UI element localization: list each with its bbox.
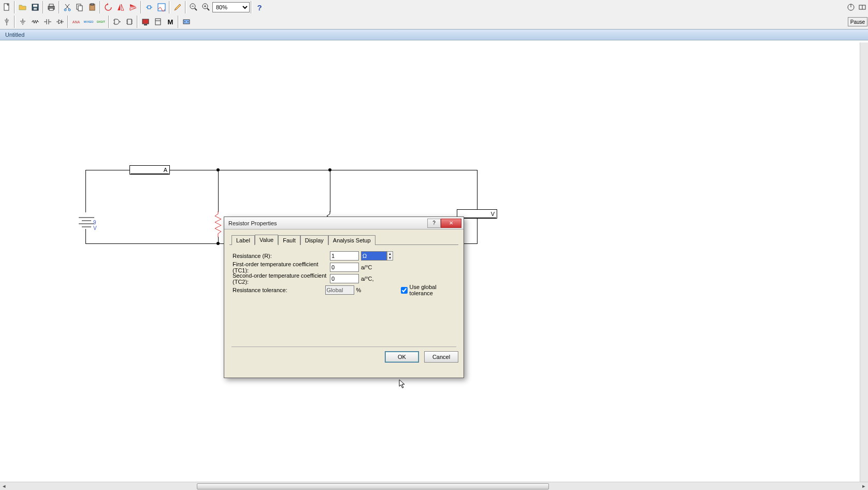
resistor-r1[interactable] bbox=[214, 211, 222, 237]
resistor-properties-dialog: Resistor Properties ? ✕ Label Value Faul… bbox=[224, 217, 464, 378]
document-tab[interactable]: Untitled bbox=[5, 32, 24, 38]
comp-ana-button[interactable]: ANA bbox=[70, 16, 82, 28]
zoom-out-button[interactable] bbox=[187, 1, 200, 13]
horizontal-scrollbar[interactable]: ◂ ▸ bbox=[0, 482, 868, 490]
dialog-tabs: Label Value Fault Display Analysis Setup bbox=[229, 234, 458, 245]
tab-fault[interactable]: Fault bbox=[278, 235, 300, 245]
switch-on-icon[interactable] bbox=[846, 2, 856, 12]
tolerance-unit: % bbox=[354, 287, 375, 293]
comp-resistor-button[interactable] bbox=[29, 16, 41, 28]
switch-off-icon[interactable] bbox=[857, 2, 867, 12]
comp-gate-button[interactable] bbox=[111, 16, 123, 28]
dialog-titlebar[interactable]: Resistor Properties ? ✕ bbox=[224, 217, 464, 229]
comp-m-button[interactable]: M bbox=[164, 16, 177, 28]
svg-rect-2 bbox=[33, 5, 37, 7]
tc1-label: First-order temperature coefficient (TC1… bbox=[229, 261, 330, 273]
voltmeter-letter: V bbox=[491, 211, 495, 217]
global-tolerance-label: Use global tolerance bbox=[410, 284, 458, 296]
rotate-left-button[interactable] bbox=[102, 1, 114, 13]
tab-display[interactable]: Display bbox=[300, 235, 328, 245]
toolbar-components: ANA MIXED DIGIT M Pause bbox=[0, 15, 868, 29]
flip-v-button[interactable] bbox=[127, 1, 139, 13]
scroll-thumb[interactable] bbox=[197, 483, 549, 489]
resistance-unit-select[interactable] bbox=[361, 251, 387, 261]
flip-h-button[interactable] bbox=[114, 1, 127, 13]
graph-button[interactable] bbox=[155, 1, 168, 13]
tab-analysis-setup[interactable]: Analysis Setup bbox=[328, 235, 375, 245]
source-label: 9 V bbox=[93, 220, 97, 231]
print-button[interactable] bbox=[45, 1, 57, 13]
dialog-close-button[interactable]: ✕ bbox=[441, 219, 461, 228]
paste-button[interactable] bbox=[86, 1, 98, 13]
tc2-label: Second-order temperature coefficient (TC… bbox=[229, 272, 330, 285]
vertical-scrollbar[interactable] bbox=[860, 42, 868, 482]
svg-point-55 bbox=[184, 21, 185, 22]
svg-rect-50 bbox=[142, 19, 149, 24]
comp-source-button[interactable] bbox=[1, 16, 13, 28]
global-tolerance-checkbox[interactable] bbox=[401, 287, 408, 294]
svg-rect-3 bbox=[34, 8, 37, 10]
comp-indicator-button[interactable] bbox=[152, 16, 164, 28]
unit-spinner[interactable]: ▲▼ bbox=[387, 251, 393, 261]
tc2-input[interactable] bbox=[330, 274, 359, 283]
svg-rect-52 bbox=[155, 19, 161, 25]
cut-button[interactable] bbox=[61, 1, 74, 13]
comp-diode-button[interactable] bbox=[54, 16, 66, 28]
svg-rect-12 bbox=[91, 4, 94, 5]
svg-line-20 bbox=[207, 8, 209, 10]
svg-rect-54 bbox=[183, 20, 190, 24]
cancel-button[interactable]: Cancel bbox=[424, 351, 458, 363]
tolerance-input bbox=[325, 285, 354, 295]
svg-rect-51 bbox=[144, 24, 147, 25]
toolbar-main: 80% ? bbox=[0, 0, 868, 15]
new-file-button[interactable] bbox=[1, 1, 13, 13]
zoom-in-button[interactable] bbox=[200, 1, 212, 13]
tc2-unit: a/°C, bbox=[359, 276, 381, 282]
pause-button[interactable]: Pause bbox=[848, 17, 867, 26]
svg-rect-6 bbox=[49, 8, 53, 10]
comp-mixed-button[interactable]: MIXED bbox=[82, 16, 95, 28]
scroll-left-arrow[interactable]: ◂ bbox=[0, 482, 8, 491]
edit-button[interactable] bbox=[171, 1, 184, 13]
resistance-input[interactable] bbox=[330, 251, 359, 261]
copy-button[interactable] bbox=[74, 1, 86, 13]
comp-ground-button[interactable] bbox=[17, 16, 29, 28]
open-file-button[interactable] bbox=[17, 1, 29, 13]
comp-digit-button[interactable]: DIGIT bbox=[95, 16, 107, 28]
svg-point-56 bbox=[187, 21, 189, 22]
tolerance-label: Resistance tolerance: bbox=[229, 287, 325, 293]
svg-rect-5 bbox=[49, 4, 53, 6]
tc1-unit: a/°C bbox=[359, 264, 381, 270]
tab-value[interactable]: Value bbox=[255, 235, 278, 245]
ammeter-letter: A bbox=[164, 167, 167, 173]
scroll-right-arrow[interactable]: ▸ bbox=[860, 482, 868, 491]
tab-label[interactable]: Label bbox=[232, 235, 255, 245]
help-button[interactable]: ? bbox=[253, 1, 266, 13]
svg-rect-43 bbox=[127, 19, 132, 24]
svg-line-16 bbox=[195, 8, 197, 10]
resistance-label: Resistance (R): bbox=[229, 253, 330, 259]
comp-display-button[interactable] bbox=[139, 16, 152, 28]
svg-rect-10 bbox=[78, 6, 82, 11]
tc1-input[interactable] bbox=[330, 263, 359, 272]
comp-instrument-button[interactable] bbox=[180, 16, 193, 28]
comp-capacitor-button[interactable] bbox=[41, 16, 54, 28]
document-tab-bar: Untitled bbox=[0, 29, 868, 40]
ok-button[interactable]: OK bbox=[385, 351, 419, 363]
component-button[interactable] bbox=[143, 1, 155, 13]
comp-ic-button[interactable] bbox=[123, 16, 136, 28]
dialog-title: Resistor Properties bbox=[228, 220, 427, 226]
zoom-select[interactable]: 80% bbox=[212, 2, 250, 12]
dialog-help-button[interactable]: ? bbox=[427, 219, 441, 228]
save-button[interactable] bbox=[29, 1, 41, 13]
